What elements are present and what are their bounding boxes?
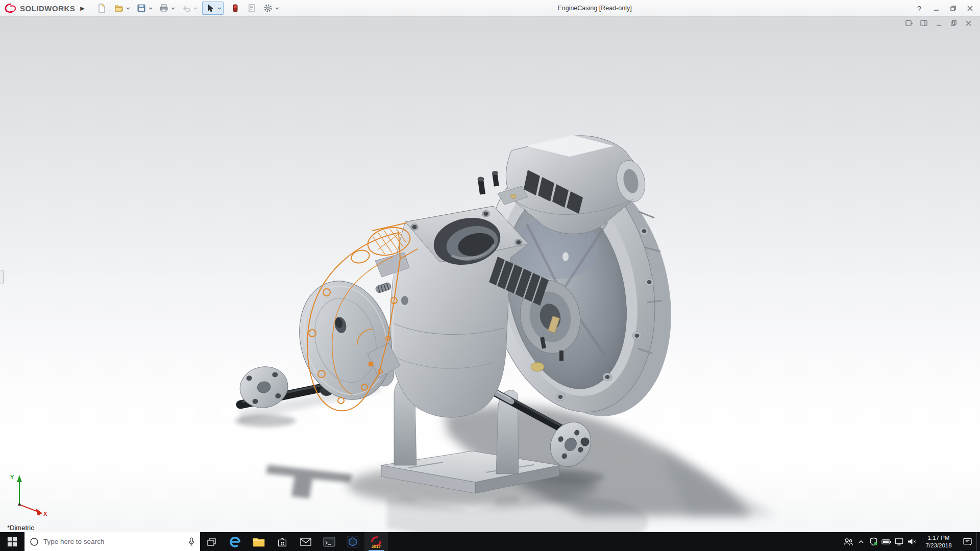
pane-toggle-right-button[interactable] <box>920 19 928 27</box>
chevron-down-icon <box>171 7 175 10</box>
help-button[interactable]: ? <box>913 3 925 15</box>
triad-x-arrow <box>36 508 42 516</box>
doc-minimize-button[interactable] <box>935 19 943 27</box>
print-button[interactable] <box>157 2 170 14</box>
microphone-icon[interactable] <box>188 537 195 546</box>
taskbar-mail-button[interactable] <box>294 532 317 551</box>
chevron-down-icon <box>193 7 198 10</box>
pane-splitter-handle[interactable] <box>0 270 4 284</box>
select-tool-button[interactable] <box>204 2 217 14</box>
3d-scene[interactable] <box>0 17 980 532</box>
edge-icon <box>229 536 241 548</box>
taskbar-file-explorer-button[interactable] <box>247 532 271 551</box>
document-window-controls <box>905 19 973 27</box>
taskbar-edge-button[interactable] <box>224 532 247 551</box>
doc-restore-button[interactable] <box>950 19 958 27</box>
pane-toggle-left-button[interactable] <box>905 19 914 27</box>
tray-show-hidden-button[interactable] <box>854 532 867 551</box>
start-button[interactable] <box>0 532 24 551</box>
windows-logo-icon <box>7 537 17 547</box>
task-view-button[interactable] <box>200 532 224 551</box>
tray-volume-button[interactable] <box>905 532 918 551</box>
tray-network-button[interactable] <box>893 532 905 551</box>
restore-button[interactable] <box>947 3 959 15</box>
file-properties-button[interactable] <box>245 2 258 14</box>
solidworks-logo-icon <box>4 3 17 13</box>
taskbar-cad-tool-button[interactable] <box>341 532 364 551</box>
battery-icon <box>881 538 892 545</box>
chevron-up-icon <box>857 538 865 546</box>
task-view-icon <box>207 537 217 547</box>
graphics-area[interactable]: Y X *Dimetric <box>0 17 980 532</box>
action-center-icon <box>963 537 973 546</box>
volume-icon <box>907 537 917 546</box>
chevron-down-icon <box>217 7 222 10</box>
file-properties-icon <box>247 4 256 13</box>
view-orientation-label: *Dimetric <box>7 524 34 532</box>
print-dropdown[interactable] <box>170 2 176 14</box>
engine-casing-body[interactable] <box>286 135 693 432</box>
taskbar-search[interactable] <box>24 532 200 551</box>
minimize-button[interactable] <box>930 3 942 15</box>
open-button[interactable] <box>112 2 126 14</box>
doc-close-button[interactable] <box>965 19 973 27</box>
doc-close-icon <box>965 20 972 27</box>
solidworks-app-icon: 2017 <box>370 535 383 548</box>
options-dropdown[interactable] <box>275 2 280 14</box>
options-button[interactable] <box>261 2 275 14</box>
taskbar-solidworks-button[interactable]: 2017 <box>364 532 388 551</box>
undo-button[interactable] <box>180 2 193 14</box>
doc-minimize-icon <box>936 20 943 27</box>
triad-x-label: X <box>43 511 47 517</box>
spring-coil <box>375 282 392 294</box>
pane-toggle-left-icon <box>905 20 914 27</box>
microsoft-store-icon <box>277 536 288 547</box>
terminal-app-icon <box>323 537 335 547</box>
solidworks-logo: SOLIDWORKS <box>4 3 75 13</box>
orientation-triad: Y X <box>7 472 50 519</box>
solidworks-version-badge: 2017 <box>372 544 381 548</box>
undo-icon <box>182 4 191 13</box>
close-button[interactable] <box>964 3 976 15</box>
network-icon <box>894 537 904 546</box>
taskbar-store-button[interactable] <box>271 532 294 551</box>
clock-date: 7/23/2018 <box>925 542 951 549</box>
search-input[interactable] <box>43 538 183 545</box>
tray-people-button[interactable] <box>842 532 854 551</box>
people-icon <box>843 537 853 546</box>
save-dropdown[interactable] <box>148 2 153 14</box>
clock-time: 1:17 PM <box>928 534 950 542</box>
file-explorer-icon <box>253 537 265 547</box>
save-button[interactable] <box>135 2 148 14</box>
taskbar-clock[interactable]: 1:17 PM 7/23/2018 <box>918 532 959 551</box>
rebuild-button[interactable] <box>229 2 242 14</box>
window-controls: ? <box>913 0 976 17</box>
print-icon <box>159 4 168 13</box>
show-desktop-button[interactable] <box>976 532 980 551</box>
select-tool-active <box>202 2 224 15</box>
chevron-down-icon <box>149 7 153 10</box>
select-dropdown[interactable] <box>217 2 222 14</box>
menu-flyout-button[interactable]: ▶ <box>80 5 84 12</box>
chevron-down-icon <box>275 7 279 10</box>
action-center-button[interactable] <box>959 532 976 551</box>
solidworks-logo-text: SOLIDWORKS <box>20 4 75 13</box>
solidworks-window: SOLIDWORKS ▶ <box>0 0 980 551</box>
open-folder-icon <box>114 4 124 13</box>
document-title: EngineCasing [Read-only] <box>557 0 631 17</box>
quick-access-toolbar <box>95 2 280 15</box>
restore-icon <box>950 5 957 12</box>
triad-y-label: Y <box>10 474 14 480</box>
open-dropdown[interactable] <box>126 2 131 14</box>
new-document-icon <box>97 4 106 13</box>
taskbar-terminal-button[interactable] <box>317 532 341 551</box>
new-document-button[interactable] <box>95 2 108 14</box>
undo-dropdown[interactable] <box>193 2 198 14</box>
gear-icon <box>263 4 273 13</box>
cortana-icon <box>30 537 39 546</box>
tray-defender-button[interactable] <box>867 532 880 551</box>
tray-battery-button[interactable] <box>880 532 893 551</box>
defender-shield-icon <box>869 537 878 546</box>
taskbar: 2017 <box>0 532 980 551</box>
titlebar: SOLIDWORKS ▶ <box>0 0 980 17</box>
